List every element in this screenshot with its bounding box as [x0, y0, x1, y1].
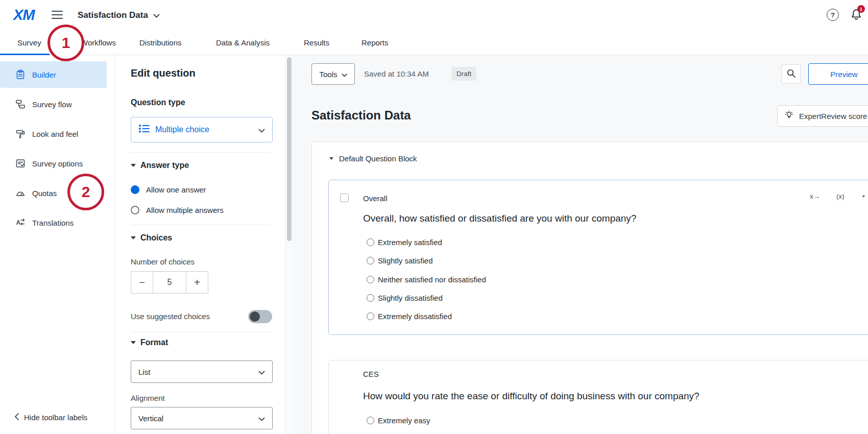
- xm-logo[interactable]: XM: [13, 7, 35, 23]
- alignment-dropdown[interactable]: Vertical: [131, 407, 273, 429]
- use-suggested-choices-toggle[interactable]: [248, 310, 272, 323]
- radio-icon: [367, 238, 374, 246]
- question-text[interactable]: Overall, how satisfied or dissatisfied a…: [363, 213, 636, 224]
- tab-reports[interactable]: Reports: [361, 30, 389, 55]
- answer-option[interactable]: Slightly dissatisfied: [367, 291, 443, 304]
- project-title-menu[interactable]: Satisfaction Data: [78, 0, 160, 30]
- survey-options-icon: [15, 158, 26, 168]
- preview-button[interactable]: Preview: [808, 63, 868, 85]
- sidebar-item-label: Look and feel: [32, 130, 78, 138]
- radio-label: Allow one answer: [146, 185, 206, 194]
- expert-review-button[interactable]: ExpertReview score: [777, 105, 868, 127]
- sidebar-item-label: Survey options: [32, 159, 83, 168]
- tab-label: Workflows: [81, 38, 116, 47]
- format-section-header[interactable]: Format: [131, 338, 168, 347]
- answer-option[interactable]: Extremely satisfied: [367, 235, 442, 249]
- divider: [131, 332, 270, 332]
- sidebar-item-survey-options[interactable]: Survey options: [0, 150, 107, 177]
- expert-review-label: ExpertReview score: [799, 112, 867, 120]
- tab-label: Distributions: [139, 38, 182, 47]
- tab-data-analysis[interactable]: Data & Analysis: [216, 30, 270, 55]
- answer-option-label: Slightly dissatisfied: [378, 294, 443, 302]
- chevron-down-icon: [258, 414, 265, 423]
- alignment-label: Alignment: [131, 394, 165, 402]
- question-id: Overall: [363, 194, 388, 203]
- plus-icon: +: [194, 277, 200, 288]
- question-text[interactable]: How would you rate the ease or difficult…: [363, 391, 700, 402]
- tab-workflows[interactable]: Workflows: [81, 30, 116, 55]
- answer-option[interactable]: Slightly satisfied: [367, 254, 433, 267]
- tab-survey[interactable]: Survey: [17, 30, 41, 55]
- svg-text:A: A: [16, 219, 21, 226]
- increment-choices-button[interactable]: +: [186, 271, 208, 294]
- preview-label: Preview: [830, 70, 857, 79]
- tools-button[interactable]: Tools: [311, 63, 355, 85]
- hide-toolbar-labels-button[interactable]: Hide toolbar labels: [14, 413, 87, 422]
- answer-option[interactable]: Extremely dissatisfied: [367, 309, 452, 323]
- project-title: Satisfaction Data: [78, 10, 148, 20]
- divider: [131, 225, 270, 225]
- tools-label: Tools: [319, 70, 337, 79]
- survey-canvas: Tools Saved at 10:34 AM Draft Preview Sa…: [292, 55, 868, 434]
- number-of-choices-label: Number of choices: [131, 257, 195, 266]
- radio-icon: [367, 294, 374, 302]
- decrement-choices-button[interactable]: −: [131, 271, 153, 294]
- annotation-circle-2: 2: [67, 174, 104, 210]
- choices-count-value[interactable]: 5: [153, 271, 186, 294]
- sidebar-item-look-and-feel[interactable]: Look and feel: [0, 120, 107, 147]
- sidebar-item-label: Translations: [32, 219, 74, 227]
- answer-option-label: Extremely satisfied: [378, 238, 442, 247]
- sidebar-item-builder[interactable]: Builder: [0, 61, 107, 88]
- answer-option-label: Extremely dissatisfied: [378, 312, 452, 321]
- help-button[interactable]: ?: [827, 9, 839, 21]
- question-card-ces[interactable]: CES How would you rate the ease or diffi…: [328, 360, 868, 434]
- sidebar-item-survey-flow[interactable]: Survey flow: [0, 91, 107, 117]
- collapse-triangle-icon: [131, 236, 136, 239]
- sidebar-item-label: Survey flow: [32, 100, 72, 109]
- collapse-triangle-icon: [131, 341, 136, 344]
- answer-option[interactable]: Extremely easy: [367, 414, 430, 427]
- allow-multiple-answers-radio[interactable]: Allow multiple answers: [131, 205, 224, 215]
- notifications-button[interactable]: 1: [850, 8, 864, 22]
- multiple-choice-icon: [138, 124, 150, 135]
- math-operations-icon[interactable]: (x): [836, 192, 845, 200]
- radio-label: Allow multiple answers: [146, 206, 224, 214]
- tab-label: Survey: [17, 38, 41, 47]
- radio-icon: [367, 276, 374, 283]
- tab-label: Data & Analysis: [216, 38, 270, 47]
- allow-one-answer-radio[interactable]: Allow one answer: [131, 184, 206, 195]
- tab-distributions[interactable]: Distributions: [139, 30, 182, 55]
- toggle-knob: [250, 311, 260, 322]
- editor-sidebar: Builder Survey flow Look and feel Survey…: [0, 55, 115, 434]
- global-menu-button[interactable]: [51, 10, 63, 20]
- choices-section-header[interactable]: Choices: [131, 233, 172, 243]
- minus-icon: −: [139, 277, 145, 288]
- top-bar: XM Satisfaction Data ? 1: [0, 0, 868, 30]
- collapse-triangle-icon: [131, 164, 136, 167]
- radio-icon: [367, 257, 374, 264]
- sidebar-item-translations[interactable]: A Translations: [0, 209, 107, 236]
- more-options-icon[interactable]: •: [862, 192, 865, 200]
- hide-toolbar-labels-label: Hide toolbar labels: [24, 413, 87, 422]
- quotas-gauge-icon: [15, 188, 26, 198]
- use-suggested-choices-label: Use suggested choices: [131, 312, 210, 321]
- format-dropdown[interactable]: List: [131, 360, 273, 383]
- block-collapse-icon[interactable]: [329, 157, 333, 160]
- draft-status-badge: Draft: [451, 67, 476, 81]
- block-title[interactable]: Default Question Block: [339, 154, 417, 163]
- answer-option[interactable]: Neither satisfied nor dissatisfied: [367, 273, 486, 286]
- lightbulb-icon: [784, 110, 794, 122]
- block-header: Default Question Block: [329, 154, 417, 163]
- question-type-dropdown[interactable]: Multiple choice: [131, 117, 273, 142]
- question-checkbox[interactable]: [340, 194, 349, 202]
- search-button[interactable]: [781, 64, 801, 84]
- divider: [131, 152, 270, 153]
- radio-icon: [367, 417, 374, 424]
- tab-results[interactable]: Results: [304, 30, 329, 55]
- scrollbar-thumb[interactable]: [287, 57, 292, 241]
- skip-logic-icon[interactable]: x→: [810, 192, 820, 200]
- chevron-down-icon: [258, 368, 265, 376]
- help-icon: ?: [831, 11, 835, 19]
- question-card-overall[interactable]: Overall x→ (x) • Overall, how satisfied …: [328, 180, 868, 335]
- answer-type-section-header[interactable]: Answer type: [131, 161, 189, 170]
